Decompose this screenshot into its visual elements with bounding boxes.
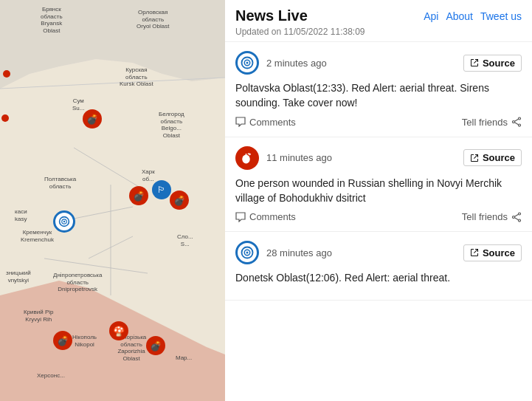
map-bomb-4: 💣 xyxy=(53,331,72,350)
comment-icon-2 xyxy=(235,212,246,222)
updated-text: Updated on 11/05/2022 11:38:09 xyxy=(235,27,522,37)
comments-btn-1[interactable]: Comments xyxy=(235,117,296,128)
external-link-icon-3 xyxy=(470,248,479,257)
svg-point-21 xyxy=(519,213,521,215)
news-body-2: One person wounded in Russian shelling i… xyxy=(235,176,522,206)
comments-btn-2[interactable]: Comments xyxy=(235,211,296,222)
tell-friends-btn-2[interactable]: Tell friends xyxy=(462,211,522,222)
map-bomb-5: 💣 xyxy=(146,336,165,355)
svg-point-13 xyxy=(519,117,521,120)
map-label-poltava: Полтавськаобласть xyxy=(44,176,76,190)
news-header: News Live Api About Tweet us Updated on … xyxy=(225,0,532,42)
map-label-sumy: СумSu... xyxy=(72,97,84,112)
map-label-kursk: КурскаяобластьKursk Oblast xyxy=(120,66,153,88)
map-radar-1 xyxy=(53,210,75,233)
share-icon-1 xyxy=(511,117,522,127)
news-title: News Live xyxy=(235,7,308,24)
news-list: 2 minutes ago Source Poltavska Oblast(12… xyxy=(225,42,532,401)
share-icon-2 xyxy=(511,212,522,222)
news-time-3: 28 minutes ago xyxy=(266,247,332,258)
svg-point-23 xyxy=(513,216,515,218)
svg-line-24 xyxy=(515,214,519,216)
map-bomb-1: 💣 xyxy=(83,109,102,128)
map-bomb-2: 💣 xyxy=(129,186,148,205)
map-label-kremenchuk: КременчукKremenchuk xyxy=(21,229,54,243)
map-bomb-3: 💣 xyxy=(170,191,189,210)
about-link[interactable]: About xyxy=(446,10,473,22)
source-btn-3[interactable]: Source xyxy=(463,244,522,261)
svg-point-18 xyxy=(242,154,250,163)
news-time-1: 2 minutes ago xyxy=(266,58,327,69)
svg-line-16 xyxy=(515,119,519,121)
map-label-vinnytsia: зницькийvnytskyi xyxy=(6,270,31,284)
map-label-kherson: Херсонс... xyxy=(37,372,65,380)
tweet-link[interactable]: Tweet us xyxy=(480,10,522,22)
map-tree-1: 🍄 xyxy=(109,321,128,340)
map-label-bryansk: БрянскобластьBryanskOblast xyxy=(41,6,63,34)
svg-point-20 xyxy=(249,153,251,154)
news-panel: News Live Api About Tweet us Updated on … xyxy=(225,0,532,401)
news-item-3: 28 minutes ago Source Donetsk Oblast(12:… xyxy=(225,232,532,301)
map-label-oryol: ОрловскаяобластьOryol Oblast xyxy=(137,9,169,30)
svg-rect-19 xyxy=(246,154,247,156)
source-btn-1[interactable]: Source xyxy=(463,55,522,72)
source-btn-2[interactable]: Source xyxy=(463,149,522,166)
news-item-1: 2 minutes ago Source Poltavska Oblast(12… xyxy=(225,42,532,137)
svg-point-22 xyxy=(519,219,521,222)
tell-friends-btn-1[interactable]: Tell friends xyxy=(462,117,522,128)
map-dot-2 xyxy=(1,114,9,122)
external-link-icon xyxy=(470,58,479,67)
map-label-slo: Сло...S... xyxy=(177,233,193,247)
svg-line-25 xyxy=(515,217,519,219)
map-flag-1: 🏳 xyxy=(152,180,171,199)
news-icon-radar-3 xyxy=(235,241,259,264)
header-links: Api About Tweet us xyxy=(424,10,522,22)
map-label-kasy: касиkasy xyxy=(15,208,27,222)
svg-point-28 xyxy=(246,252,249,254)
map-panel: БрянскобластьBryanskOblast Орловскаяобла… xyxy=(0,0,225,401)
svg-point-9 xyxy=(63,221,65,222)
comment-icon-1 xyxy=(235,117,246,127)
map-label-mariupol: Map... xyxy=(176,354,192,362)
map-label-belgorod: БелгородобластьBelgo...Oblast xyxy=(159,111,184,139)
news-body-3: Donetsk Oblast(12:06). Red Alert: aerial… xyxy=(235,270,522,285)
api-link[interactable]: Api xyxy=(424,10,438,22)
map-label-kryvyi-rih: Кривий РiрKryvyi Rih xyxy=(24,309,54,323)
map-label-dnipro: ДніпропетровськаобластьDnipropetrovsk xyxy=(53,272,102,293)
news-icon-radar-1 xyxy=(235,51,259,75)
news-item-2: 11 minutes ago Source One person wounded… xyxy=(225,137,532,233)
svg-line-17 xyxy=(515,123,519,125)
svg-point-14 xyxy=(519,124,521,126)
map-label-kharkiv: Харкоб... xyxy=(142,168,155,182)
news-body-1: Poltavska Oblast(12:33). Red Alert: aeri… xyxy=(235,80,522,111)
news-icon-bomb-2 xyxy=(235,146,259,170)
svg-point-12 xyxy=(246,62,249,64)
map-label-nikopol: НiкопольNikopol xyxy=(72,334,97,348)
news-time-2: 11 minutes ago xyxy=(266,152,332,163)
map-dot-1 xyxy=(3,70,10,78)
svg-point-15 xyxy=(513,121,515,123)
external-link-icon-2 xyxy=(470,154,479,162)
